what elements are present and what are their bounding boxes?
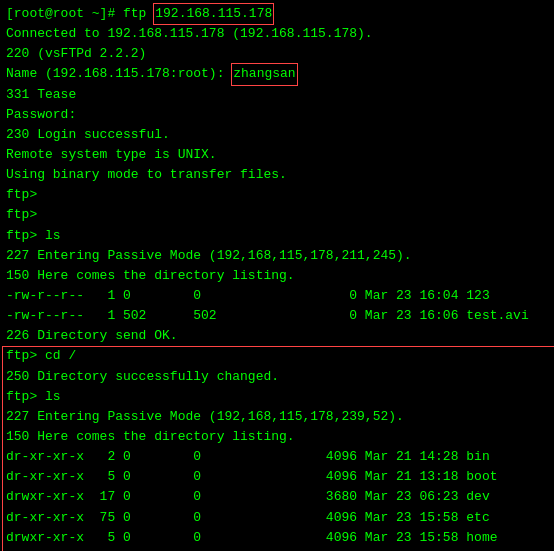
passive-mode-1: 227 Entering Passive Mode (192,168,115,1…: [6, 246, 548, 266]
ip-highlight: 192.168.115.178: [154, 4, 273, 24]
password-line: Password:: [6, 105, 548, 125]
dir-send-ok: 226 Directory send OK.: [6, 326, 548, 346]
dir-etc: dr-xr-xr-x 75 0 0 4096 Mar 23 15:58 etc: [6, 508, 548, 528]
prompt-text: [root@root ~]# ftp: [6, 6, 154, 21]
connected-line: Connected to 192.168.115.178 (192.168.11…: [6, 24, 548, 44]
ftp-prompt-1: ftp>: [6, 185, 548, 205]
name-line: Name (192.168.115.178:root): zhangsan: [6, 64, 548, 84]
vsftpd-line: 220 (vsFTPd 2.2.2): [6, 44, 548, 64]
ftp-ls-cmd: ftp> ls: [6, 226, 548, 246]
login-success-line: 230 Login successful.: [6, 125, 548, 145]
ftp-cd-cmd: ftp> cd /: [6, 346, 548, 366]
file-testavi: -rw-r--r-- 1 502 502 0 Mar 23 16:06 test…: [6, 306, 548, 326]
file-123: -rw-r--r-- 1 0 0 0 Mar 23 16:04 123: [6, 286, 548, 306]
dir-home: drwxr-xr-x 5 0 0 4096 Mar 23 15:58 home: [6, 528, 548, 548]
cmd-line: [root@root ~]# ftp 192.168.115.178: [6, 4, 548, 24]
passive-mode-2: 227 Entering Passive Mode (192,168,115,1…: [6, 407, 548, 427]
username-highlight: zhangsan: [232, 64, 296, 84]
remote-system-line: Remote system type is UNIX.: [6, 145, 548, 165]
dir-boot: dr-xr-xr-x 5 0 0 4096 Mar 21 13:18 boot: [6, 467, 548, 487]
binary-mode-line: Using binary mode to transfer files.: [6, 165, 548, 185]
dir-bin: dr-xr-xr-x 2 0 0 4096 Mar 21 14:28 bin: [6, 447, 548, 467]
name-prompt: Name (192.168.115.178:root):: [6, 66, 232, 81]
ftp-ls-cmd-2: ftp> ls: [6, 387, 548, 407]
dir-changed: 250 Directory successfully changed.: [6, 367, 548, 387]
terminal-window: [root@root ~]# ftp 192.168.115.178 Conne…: [0, 0, 554, 551]
dir-dev: drwxr-xr-x 17 0 0 3680 Mar 23 06:23 dev: [6, 487, 548, 507]
ftp-prompt-2: ftp>: [6, 205, 548, 225]
dir-listing-header-2: 150 Here comes the directory listing.: [6, 427, 548, 447]
dir-listing-header-1: 150 Here comes the directory listing.: [6, 266, 548, 286]
tease-line: 331 Tease: [6, 85, 548, 105]
